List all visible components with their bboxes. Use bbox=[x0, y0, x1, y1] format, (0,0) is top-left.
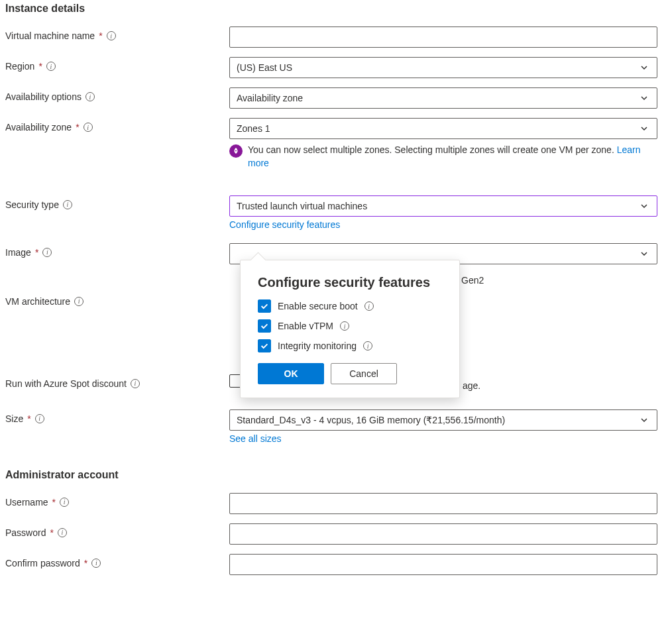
chevron-down-icon bbox=[638, 414, 650, 426]
row-username: Username * i bbox=[5, 493, 663, 514]
row-size: Size * i Standard_D4s_v3 - 4 vcpus, 16 G… bbox=[5, 409, 663, 444]
required-asterisk: * bbox=[38, 61, 42, 72]
confirm-password-input[interactable] bbox=[229, 554, 657, 575]
ok-button[interactable]: OK bbox=[258, 363, 324, 384]
image-label: Image bbox=[5, 247, 31, 258]
row-region: Region * i (US) East US bbox=[5, 57, 663, 78]
size-value: Standard_D4s_v3 - 4 vcpus, 16 GiB memory… bbox=[237, 415, 505, 425]
info-icon[interactable]: i bbox=[85, 92, 95, 101]
info-icon[interactable]: i bbox=[63, 200, 72, 209]
info-icon[interactable]: i bbox=[58, 528, 67, 537]
info-icon[interactable]: i bbox=[107, 31, 116, 40]
chevron-down-icon bbox=[638, 92, 650, 104]
info-icon[interactable]: i bbox=[42, 248, 52, 257]
info-icon[interactable]: i bbox=[84, 123, 93, 132]
security-type-label: Security type bbox=[5, 199, 59, 210]
chevron-down-icon bbox=[638, 200, 650, 212]
chevron-down-icon bbox=[638, 62, 650, 74]
vtpm-checkbox[interactable] bbox=[258, 319, 271, 333]
region-label: Region bbox=[5, 61, 34, 72]
row-security-type: Security type i Trusted launch virtual m… bbox=[5, 195, 663, 230]
availability-zone-select[interactable]: Zones 1 bbox=[229, 118, 657, 139]
row-confirm-password: Confirm password * i bbox=[5, 554, 663, 575]
info-icon[interactable]: i bbox=[363, 341, 372, 350]
security-type-select[interactable]: Trusted launch virtual machines bbox=[229, 195, 657, 217]
info-icon[interactable]: i bbox=[46, 62, 56, 71]
required-asterisk: * bbox=[35, 247, 38, 258]
secure-boot-label: Enable secure boot bbox=[278, 301, 358, 311]
confirm-password-label: Confirm password bbox=[5, 558, 80, 568]
zone-note-text: You can now select multiple zones. Selec… bbox=[248, 143, 657, 170]
info-icon[interactable]: i bbox=[60, 498, 69, 507]
required-asterisk: * bbox=[50, 527, 53, 538]
required-asterisk: * bbox=[76, 122, 79, 133]
vm-name-label: Virtual machine name bbox=[5, 30, 95, 41]
info-icon[interactable]: i bbox=[35, 414, 44, 423]
availability-options-value: Availability zone bbox=[237, 93, 303, 103]
row-vm-name: Virtual machine name * i bbox=[5, 27, 663, 48]
chevron-down-icon bbox=[638, 248, 650, 260]
vm-architecture-label: VM architecture bbox=[5, 296, 70, 307]
row-availability-options: Availability options i Availability zone bbox=[5, 87, 663, 109]
architecture-note-fragment: age. bbox=[463, 380, 480, 391]
section-instance-details: Instance details bbox=[5, 3, 663, 15]
required-asterisk: * bbox=[99, 30, 102, 41]
chevron-down-icon bbox=[638, 123, 650, 134]
availability-zone-label: Availability zone bbox=[5, 122, 72, 133]
region-select[interactable]: (US) East US bbox=[229, 57, 657, 78]
spot-discount-label: Run with Azure Spot discount bbox=[5, 378, 127, 389]
see-all-sizes-link[interactable]: See all sizes bbox=[229, 433, 282, 444]
integrity-monitoring-label: Integrity monitoring bbox=[278, 341, 357, 351]
required-asterisk: * bbox=[27, 413, 30, 424]
username-input[interactable] bbox=[229, 493, 657, 514]
cancel-button[interactable]: Cancel bbox=[331, 363, 397, 384]
availability-options-select[interactable]: Availability zone bbox=[229, 87, 657, 109]
required-asterisk: * bbox=[84, 558, 87, 568]
configure-security-link[interactable]: Configure security features bbox=[229, 219, 340, 230]
info-icon[interactable]: i bbox=[340, 321, 349, 331]
section-admin-account: Administrator account bbox=[5, 469, 663, 481]
secure-boot-checkbox[interactable] bbox=[258, 299, 271, 313]
row-availability-zone: Availability zone * i Zones 1 You can no… bbox=[5, 118, 663, 170]
availability-options-label: Availability options bbox=[5, 91, 82, 102]
password-input[interactable] bbox=[229, 523, 657, 545]
info-icon[interactable]: i bbox=[91, 559, 101, 568]
row-password: Password * i bbox=[5, 523, 663, 545]
vm-name-input[interactable] bbox=[229, 27, 657, 48]
integrity-monitoring-checkbox[interactable] bbox=[258, 339, 271, 352]
info-icon[interactable]: i bbox=[364, 301, 374, 311]
size-label: Size bbox=[5, 413, 23, 424]
required-asterisk: * bbox=[52, 497, 56, 508]
security-type-value: Trusted launch virtual machines bbox=[237, 201, 367, 211]
username-label: Username bbox=[5, 497, 48, 508]
image-value-fragment: Gen2 bbox=[461, 275, 484, 286]
region-value: (US) East US bbox=[237, 62, 292, 73]
availability-zone-value: Zones 1 bbox=[237, 123, 270, 134]
info-icon[interactable]: i bbox=[131, 379, 140, 388]
configure-security-popover: Configure security features Enable secur… bbox=[240, 260, 460, 398]
popover-title: Configure security features bbox=[258, 275, 442, 290]
info-icon[interactable]: i bbox=[74, 297, 84, 306]
rocket-icon bbox=[229, 144, 243, 158]
password-label: Password bbox=[5, 527, 46, 538]
vtpm-label: Enable vTPM bbox=[278, 321, 333, 331]
size-select[interactable]: Standard_D4s_v3 - 4 vcpus, 16 GiB memory… bbox=[229, 409, 657, 431]
